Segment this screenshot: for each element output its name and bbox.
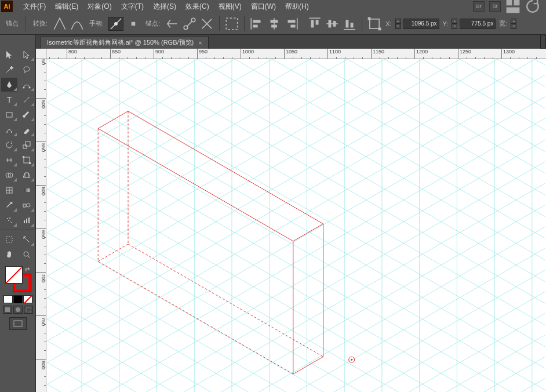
curvature-tool[interactable] <box>19 78 35 92</box>
ruler-vertical[interactable]: 450500550600650700750800 <box>36 59 46 392</box>
line-segment-tool[interactable] <box>19 93 35 107</box>
y-input[interactable] <box>460 19 496 29</box>
hand-tool[interactable] <box>1 248 17 262</box>
gradient-mode-icon[interactable] <box>13 295 23 303</box>
svg-line-113 <box>47 59 545 189</box>
sync-icon[interactable] <box>525 0 540 13</box>
isolate-icon[interactable] <box>224 17 239 31</box>
svg-rect-21 <box>316 20 319 24</box>
align-top-icon[interactable] <box>307 17 322 31</box>
y-stepper[interactable]: ▴▾ <box>452 19 457 29</box>
ruler-horizontal[interactable]: 7508008509009501000105011001150120012501… <box>46 49 546 59</box>
svg-rect-28 <box>370 19 379 28</box>
paintbrush-tool[interactable] <box>19 108 35 122</box>
x-input[interactable] <box>403 19 439 29</box>
menu-help[interactable]: 帮助(H) <box>281 0 314 13</box>
mesh-tool[interactable] <box>1 183 17 197</box>
canvas[interactable] <box>46 59 546 392</box>
svg-line-93 <box>47 118 545 392</box>
w-stepper[interactable]: ▴▾ <box>511 19 516 29</box>
rectangle-tool[interactable] <box>1 108 17 122</box>
scale-tool[interactable] <box>19 138 35 152</box>
svg-line-111 <box>47 59 545 211</box>
artboard-tool[interactable] <box>1 233 17 246</box>
ruler-origin[interactable] <box>36 49 46 59</box>
draw-behind-icon[interactable] <box>13 306 23 314</box>
handle-show-icon[interactable] <box>108 17 123 31</box>
selection-tool[interactable] <box>1 48 17 61</box>
screen-mode-icon[interactable] <box>9 317 27 330</box>
lasso-tool[interactable] <box>19 63 35 77</box>
align-right-icon[interactable] <box>284 17 299 31</box>
svg-line-249 <box>293 357 323 374</box>
svg-rect-42 <box>29 162 31 164</box>
menu-bar: Ai 文件(F) 编辑(E) 对象(O) 文字(T) 选择(S) 效果(C) 视… <box>0 0 546 13</box>
remove-anchor-icon[interactable] <box>165 17 180 31</box>
svg-point-31 <box>23 87 24 89</box>
svg-rect-18 <box>291 24 296 27</box>
svg-line-112 <box>47 189 545 392</box>
color-mode-icon[interactable] <box>3 295 13 303</box>
menu-view[interactable]: 视图(V) <box>214 0 246 13</box>
swap-fill-stroke-icon[interactable]: ⇄ <box>25 266 30 273</box>
bridge-icon[interactable]: Br <box>473 1 485 12</box>
menu-type[interactable]: 文字(T) <box>117 0 148 13</box>
direct-selection-tool[interactable] <box>19 48 35 61</box>
blend-tool[interactable] <box>19 198 35 212</box>
svg-line-245 <box>293 224 323 241</box>
perspective-grid-tool[interactable] <box>19 168 35 182</box>
magic-wand-tool[interactable] <box>1 63 17 77</box>
slice-tool[interactable] <box>19 233 35 246</box>
none-mode-icon[interactable] <box>23 295 32 303</box>
eraser-tool[interactable] <box>19 123 35 137</box>
y-label: Y: <box>442 20 450 27</box>
document-tab[interactable]: Isometric等距视角斜角网格.ai* @ 150% (RGB/预览) × <box>41 36 209 49</box>
transform-icon[interactable] <box>367 17 382 31</box>
menu-window[interactable]: 窗口(W) <box>246 0 281 13</box>
svg-line-250 <box>98 262 293 374</box>
close-icon[interactable]: × <box>198 39 202 46</box>
symbol-sprayer-tool[interactable] <box>1 213 17 227</box>
type-tool[interactable]: T <box>1 93 17 107</box>
x-stepper[interactable]: ▴▾ <box>395 19 401 29</box>
zoom-tool[interactable] <box>19 248 35 262</box>
svg-rect-62 <box>26 307 31 312</box>
align-bottom-icon[interactable] <box>342 17 357 31</box>
cut-path-icon[interactable] <box>199 17 214 31</box>
menu-edit[interactable]: 编辑(E) <box>50 0 83 13</box>
connect-anchor-icon[interactable] <box>182 17 197 31</box>
menu-select[interactable]: 选择(S) <box>148 0 181 13</box>
column-graph-tool[interactable] <box>19 213 35 227</box>
align-hcenter-icon[interactable] <box>267 17 282 31</box>
svg-rect-60 <box>5 307 10 312</box>
gradient-tool[interactable] <box>19 183 35 197</box>
collapsed-panels-grip[interactable] <box>540 35 546 49</box>
handle-hide-icon[interactable] <box>126 17 141 31</box>
rotate-tool[interactable] <box>1 138 17 152</box>
convert-smooth-icon[interactable] <box>70 17 85 31</box>
align-left-icon[interactable] <box>249 17 264 31</box>
width-tool[interactable] <box>1 153 17 167</box>
shape-builder-tool[interactable] <box>1 168 17 182</box>
menu-object[interactable]: 对象(O) <box>83 0 116 13</box>
svg-point-257 <box>351 359 352 361</box>
free-transform-tool[interactable] <box>19 153 35 167</box>
convert-corner-icon[interactable] <box>52 17 67 31</box>
svg-rect-30 <box>378 27 381 30</box>
menu-effect[interactable]: 效果(C) <box>181 0 214 13</box>
menu-file[interactable]: 文件(F) <box>19 0 50 13</box>
w-label: 宽: <box>498 19 508 28</box>
pen-tool[interactable] <box>1 78 17 92</box>
draw-inside-icon[interactable] <box>24 306 33 314</box>
arrange-documents-icon[interactable] <box>505 0 520 13</box>
fill-swatch[interactable] <box>5 266 23 284</box>
draw-normal-icon[interactable] <box>3 306 12 314</box>
anchor-label: 锚点 <box>3 19 21 28</box>
eyedropper-tool[interactable] <box>1 198 17 212</box>
svg-line-120 <box>47 103 545 390</box>
svg-point-52 <box>9 217 10 219</box>
shaper-tool[interactable] <box>1 123 17 137</box>
stock-icon[interactable]: St <box>489 1 501 12</box>
align-vcenter-icon[interactable] <box>325 17 340 31</box>
fill-stroke-control[interactable]: ⇄ <box>5 266 31 292</box>
